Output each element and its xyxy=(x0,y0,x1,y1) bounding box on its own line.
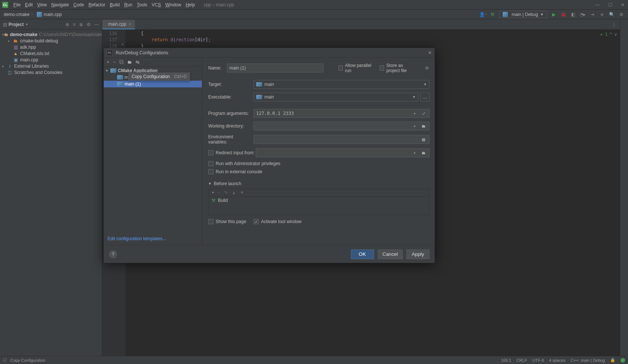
editor-tabs-menu-icon[interactable]: ⋮ xyxy=(608,20,620,29)
tree-external-libs[interactable]: ▸ ⫴ External Libraries xyxy=(0,63,102,69)
line-separator[interactable]: CRLF xyxy=(516,358,527,363)
indent-setting[interactable]: 4 spaces xyxy=(549,358,566,363)
store-project-checkbox[interactable]: Store as project file xyxy=(380,63,417,73)
menu-vcs[interactable]: VCS xyxy=(149,2,163,7)
before-launch-list[interactable]: ⚒ Build xyxy=(208,197,429,215)
menu-navigate[interactable]: Navigate xyxy=(49,2,71,7)
menu-build[interactable]: Build xyxy=(107,2,122,7)
copy-config-icon[interactable]: ⿻ xyxy=(119,59,124,65)
breadcrumb-project[interactable]: demo-cmake xyxy=(4,12,29,17)
inspection-badge[interactable]: ✔ 1 ^ v xyxy=(600,32,617,37)
coverage-icon[interactable]: ◧ xyxy=(570,12,576,17)
move-down-icon[interactable]: ▼ xyxy=(240,190,244,195)
tree-folder-build[interactable]: ▸ 🖿 cmake-build-debug xyxy=(0,38,102,44)
browse-folder-icon[interactable]: 🖿 xyxy=(420,151,427,155)
before-launch-item-build[interactable]: ⚒ Build xyxy=(209,197,429,204)
locate-icon[interactable]: ⊕ xyxy=(65,22,69,27)
menu-edit[interactable]: Edit xyxy=(23,2,35,7)
run-icon[interactable]: ▶ xyxy=(551,12,557,17)
inspection-down-icon[interactable]: v xyxy=(614,32,617,37)
editor-tab-main[interactable]: main.cpp × xyxy=(102,20,135,29)
project-view-button[interactable]: ▤ xyxy=(3,22,7,27)
inspection-up-icon[interactable]: ^ xyxy=(610,32,612,37)
close-button[interactable]: ✕ xyxy=(620,2,626,7)
tree-settings-icon[interactable]: ↹ xyxy=(136,59,139,65)
project-tree[interactable]: ▾ 🖿 demo-cmake C:\Users\UNIDY\Downloads\… xyxy=(0,30,102,77)
settings-icon[interactable]: ⚙ xyxy=(618,12,624,17)
name-input[interactable] xyxy=(227,64,323,73)
maximize-button[interactable]: ☐ xyxy=(607,2,613,7)
menu-file[interactable]: File xyxy=(11,2,23,7)
project-panel-title[interactable]: Project xyxy=(9,22,24,27)
status-indicator-icon[interactable] xyxy=(621,358,625,363)
tree-file-cmakelists[interactable]: ▲ CMakeLists.txt xyxy=(0,50,102,57)
profile-icon[interactable]: ◔▸ xyxy=(580,12,586,17)
remove-config-icon[interactable]: − xyxy=(113,59,116,65)
browse-executable-button[interactable]: … xyxy=(421,93,429,102)
menu-view[interactable]: View xyxy=(35,2,49,7)
remove-task-icon[interactable]: − xyxy=(218,190,220,195)
save-config-icon[interactable]: 🖿 xyxy=(128,59,132,65)
tree-file-adk[interactable]: ▧ adk.hpp xyxy=(0,44,102,50)
build-context[interactable]: C++: main | Debug xyxy=(571,358,605,363)
close-tab-icon[interactable]: × xyxy=(129,22,131,27)
collapse-all-icon[interactable]: ≣ xyxy=(79,22,83,27)
redirect-input-checkbox[interactable]: Redirect input from: xyxy=(208,150,256,155)
edit-task-icon[interactable]: ✎ xyxy=(224,190,228,195)
tree-root[interactable]: ▾ 🖿 demo-cmake C:\Users\UNIDY\Downloads\… xyxy=(0,31,102,38)
workdir-input[interactable] xyxy=(254,123,411,129)
executable-select[interactable]: main ▼ xyxy=(254,93,418,102)
target-select[interactable]: main ▼ xyxy=(254,80,429,89)
expand-icon[interactable]: ⤢ xyxy=(420,111,427,116)
debug-icon[interactable]: 🐞 xyxy=(560,12,566,17)
expand-all-icon[interactable]: ≡ xyxy=(73,22,75,27)
allow-parallel-checkbox[interactable]: Allow parallel run xyxy=(338,63,372,73)
menu-refactor[interactable]: Refactor xyxy=(86,2,107,7)
menu-code[interactable]: Code xyxy=(71,2,86,7)
gear-icon[interactable]: ⚙ xyxy=(425,65,429,71)
tree-file-main[interactable]: ▣ main.cpp xyxy=(0,57,102,63)
activate-tool-checkbox[interactable]: Activate tool window xyxy=(254,219,302,224)
breadcrumb-file[interactable]: main.cpp xyxy=(44,12,62,17)
redirect-input[interactable] xyxy=(256,150,411,155)
config-tree[interactable]: ▾ CMake Application main main (1) Co xyxy=(104,67,202,232)
insert-macro-icon[interactable]: + xyxy=(411,151,418,155)
add-config-icon[interactable]: + xyxy=(107,59,109,65)
insert-macro-icon[interactable]: + xyxy=(411,124,418,128)
help-button[interactable]: ? xyxy=(109,250,117,258)
dialog-titlebar[interactable]: CL Run/Debug Configurations ✕ xyxy=(104,48,435,58)
menu-run[interactable]: Run xyxy=(122,2,135,7)
add-task-icon[interactable]: + xyxy=(212,190,214,195)
tree-scratches[interactable]: ◫ Scratches and Consoles xyxy=(0,69,102,75)
search-icon[interactable]: 🔍 xyxy=(609,12,615,17)
external-console-checkbox[interactable]: Run in external console xyxy=(208,169,429,174)
admin-privileges-checkbox[interactable]: Run with Administrator privileges xyxy=(208,161,429,166)
before-launch-header[interactable]: ▼ Before launch xyxy=(208,181,429,186)
attach-icon[interactable]: ⇥ xyxy=(589,12,595,17)
hide-panel-icon[interactable]: — xyxy=(94,22,99,27)
env-input[interactable] xyxy=(254,137,420,142)
insert-macro-icon[interactable]: + xyxy=(411,111,418,116)
add-user-icon[interactable]: 👤+ xyxy=(480,12,486,17)
lock-icon[interactable]: 🔒 xyxy=(610,358,615,363)
tool-window-toggle-icon[interactable]: ☐ xyxy=(3,358,8,363)
edit-templates-link[interactable]: Edit configuration templates... xyxy=(107,236,166,241)
menu-window[interactable]: Window xyxy=(163,2,184,7)
hammer-icon[interactable]: ⚒ xyxy=(490,12,496,17)
panel-settings-icon[interactable]: ⚙ xyxy=(87,22,91,27)
stop-icon[interactable]: ■ xyxy=(599,12,605,17)
args-input[interactable] xyxy=(254,111,411,116)
minimize-button[interactable]: — xyxy=(595,2,600,7)
dialog-close-icon[interactable]: ✕ xyxy=(428,50,432,55)
cancel-button[interactable]: Cancel xyxy=(378,249,403,259)
config-item-main-1[interactable]: main (1) xyxy=(104,81,202,87)
run-config-selector[interactable]: main | Debug ▼ xyxy=(499,11,547,18)
menu-help[interactable]: Help xyxy=(183,2,197,7)
ok-button[interactable]: OK xyxy=(351,249,374,259)
cursor-position[interactable]: 165:1 xyxy=(501,358,511,363)
edit-env-icon[interactable]: ▦ xyxy=(420,137,427,142)
chevron-down-icon[interactable]: ▼ xyxy=(25,23,29,26)
file-encoding[interactable]: UTF-8 xyxy=(532,358,544,363)
menu-tools[interactable]: Tools xyxy=(135,2,149,7)
apply-button[interactable]: Apply xyxy=(406,249,429,259)
